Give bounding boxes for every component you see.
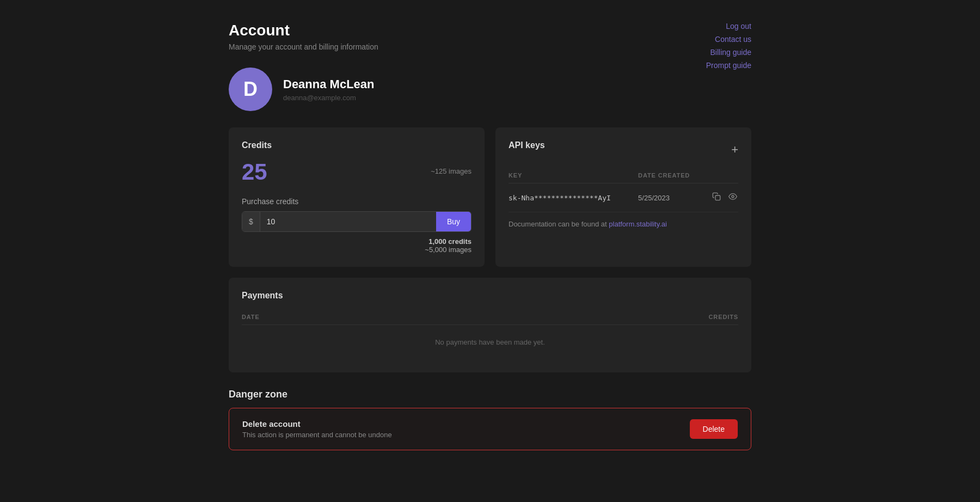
credits-amount: 25: [242, 159, 267, 185]
credits-card: Credits 25 ~125 images Purchase credits …: [229, 127, 485, 267]
payments-col-date: DATE: [242, 309, 428, 325]
credits-result-images: ~5,000 images: [242, 246, 471, 254]
api-keys-title: API keys: [509, 140, 545, 150]
no-payments-message: No payments have been made yet.: [242, 325, 738, 360]
delete-account-desc: This action is permanent and cannot be u…: [242, 431, 392, 439]
profile-email: deanna@example.com: [283, 94, 375, 102]
purchase-input[interactable]: [260, 212, 436, 231]
api-key-value: sk-Nha***************AyI: [509, 183, 638, 212]
top-right-links: Log out Contact us Billing guide Prompt …: [706, 22, 751, 70]
api-doc-text: Documentation can be found at platform.s…: [509, 220, 738, 228]
log-out-link[interactable]: Log out: [726, 22, 751, 30]
view-key-button[interactable]: [727, 191, 738, 204]
svg-point-1: [732, 195, 734, 198]
danger-zone-box: Delete account This action is permanent …: [229, 408, 751, 450]
contact-us-link[interactable]: Contact us: [715, 35, 751, 44]
api-keys-card: API keys + KEY DATE CREATED sk-Nha******…: [495, 127, 751, 267]
credits-result-credits: 1,000 credits: [242, 237, 471, 246]
credits-images-label: ~125 images: [431, 167, 471, 175]
buy-button[interactable]: Buy: [436, 212, 471, 231]
api-key-date: 5/25/2023: [638, 183, 704, 212]
api-col-date: DATE CREATED: [638, 168, 704, 183]
delete-account-title: Delete account: [242, 419, 392, 428]
avatar: D: [229, 68, 272, 111]
prompt-guide-link[interactable]: Prompt guide: [706, 61, 751, 70]
payments-title: Payments: [242, 291, 738, 301]
profile-name: Deanna McLean: [283, 77, 375, 91]
payments-col-credits: CREDITS: [428, 309, 738, 325]
cards-row: Credits 25 ~125 images Purchase credits …: [229, 127, 751, 267]
api-doc-link[interactable]: platform.stability.ai: [609, 220, 667, 228]
copy-key-button[interactable]: [711, 191, 722, 204]
credits-title: Credits: [242, 140, 471, 150]
purchase-row: $ Buy: [242, 211, 471, 232]
page-subtitle: Manage your account and billing informat…: [229, 42, 751, 51]
payments-table: DATE CREDITS No payments have been made …: [242, 309, 738, 359]
api-keys-header: API keys +: [509, 140, 738, 159]
api-col-key: KEY: [509, 168, 638, 183]
delete-account-button[interactable]: Delete: [690, 419, 738, 439]
billing-guide-link[interactable]: Billing guide: [710, 48, 752, 57]
add-key-button[interactable]: +: [731, 144, 738, 156]
danger-zone-title: Danger zone: [229, 389, 751, 400]
dollar-sign: $: [242, 212, 260, 231]
profile-section: D Deanna McLean deanna@example.com: [229, 68, 751, 111]
api-key-row: sk-Nha***************AyI 5/25/2023: [509, 183, 738, 212]
api-keys-table: KEY DATE CREATED sk-Nha***************Ay…: [509, 168, 738, 212]
credits-result: 1,000 credits ~5,000 images: [242, 237, 471, 254]
svg-rect-0: [715, 195, 720, 200]
page-title: Account: [229, 22, 751, 39]
payments-card: Payments DATE CREDITS No payments have b…: [229, 278, 751, 372]
purchase-credits-label: Purchase credits: [242, 197, 471, 206]
